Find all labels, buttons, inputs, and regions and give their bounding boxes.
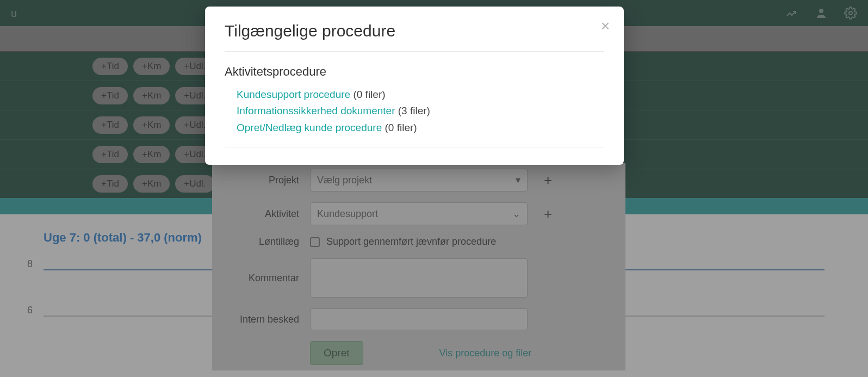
modal-title: Tilgængelige procedure xyxy=(225,22,604,52)
procedure-list: Kundesupport procedure (0 filer) Informa… xyxy=(225,86,604,147)
procedure-link[interactable]: Opret/Nedlæg kunde procedure xyxy=(237,122,382,133)
close-icon[interactable]: × xyxy=(601,18,610,34)
procedure-link[interactable]: Kundesupport procedure xyxy=(237,89,350,100)
procedure-file-count: (3 filer) xyxy=(398,105,430,116)
modal-section-heading: Aktivitetsprocedure xyxy=(225,65,604,79)
procedure-modal: × Tilgængelige procedure Aktivitetsproce… xyxy=(205,7,624,165)
procedure-file-count: (0 filer) xyxy=(353,89,385,100)
procedure-item: Informationssikkerhed dokumenter (3 file… xyxy=(237,103,604,119)
procedure-item: Opret/Nedlæg kunde procedure (0 filer) xyxy=(237,120,604,136)
procedure-link[interactable]: Informationssikkerhed dokumenter xyxy=(237,105,395,116)
procedure-file-count: (0 filer) xyxy=(385,122,417,133)
procedure-item: Kundesupport procedure (0 filer) xyxy=(237,86,604,103)
